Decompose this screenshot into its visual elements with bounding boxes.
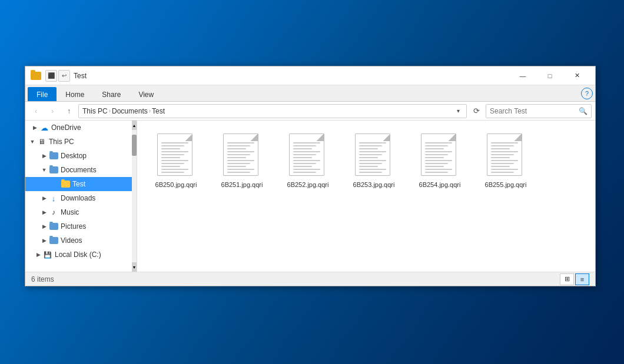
downloads-icon: ↓: [49, 193, 58, 203]
file-icon-5: [487, 133, 525, 178]
help-button[interactable]: ?: [581, 88, 593, 99]
search-icon[interactable]: 🔍: [579, 107, 588, 115]
sidebar-label-desktop: Desktop: [61, 152, 87, 160]
localdisk-icon: 💾: [43, 250, 52, 259]
expand-icon-desktop: ▶: [39, 151, 49, 161]
file-name-1: 6B251.jpg.qqri: [221, 181, 263, 189]
sidebar-item-test[interactable]: Test: [25, 177, 137, 191]
search-box[interactable]: 🔍: [486, 104, 592, 118]
sidebar-item-pictures[interactable]: ▶ Pictures: [25, 219, 137, 233]
sidebar-label-localdisk: Local Disk (C:): [55, 251, 101, 259]
test-folder-icon: [61, 179, 70, 189]
sidebar-item-downloads[interactable]: ▶ ↓ Downloads: [25, 191, 137, 205]
address-bar[interactable]: This PC › Documents › Test ▾: [78, 104, 467, 118]
file-icon-4: [421, 133, 459, 178]
sidebar-item-documents[interactable]: ▼ Documents: [25, 163, 137, 177]
sidebar-label-onedrive: OneDrive: [51, 123, 81, 132]
expand-icon-documents: ▼: [39, 165, 49, 175]
search-input[interactable]: [490, 107, 579, 115]
qat-properties-btn[interactable]: ⬛: [45, 70, 57, 82]
pictures-folder-icon: [49, 222, 58, 231]
file-name-0: 6B250.jpg.qqri: [155, 181, 197, 189]
tab-file[interactable]: File: [28, 87, 57, 101]
expand-icon-test: [51, 179, 61, 189]
crumb-sep-2: ›: [149, 108, 151, 114]
file-item-2[interactable]: 6B252.jpg.qqri: [278, 130, 337, 192]
expand-icon-pictures: ▶: [39, 222, 49, 231]
file-item-4[interactable]: 6B254.jpg.qqri: [410, 130, 469, 192]
sidebar-label-downloads: Downloads: [61, 194, 95, 202]
file-icon-1: [223, 133, 261, 178]
expand-icon-onedrive: ▶: [30, 123, 39, 132]
quick-access-toolbar: ⬛ ↩: [45, 70, 70, 82]
view-details-btn[interactable]: ⊞: [560, 273, 574, 285]
file-item-0[interactable]: 6B250.jpg.qqri: [147, 130, 205, 192]
expand-icon-videos: ▶: [39, 236, 49, 245]
sidebar-item-videos[interactable]: ▶ Videos: [25, 233, 137, 248]
sidebar-label-documents: Documents: [61, 166, 97, 174]
refresh-button[interactable]: ⟳: [469, 104, 483, 118]
sidebar-scrollbar: ▲ ▼: [132, 121, 137, 272]
crumb-documents[interactable]: Documents: [112, 107, 148, 115]
documents-folder-icon: [49, 165, 58, 175]
expand-icon-localdisk: ▶: [34, 250, 43, 259]
file-item-5[interactable]: 6B255.jpg.qqri: [476, 130, 535, 192]
status-bar: 6 items ⊞ ≡: [25, 272, 595, 286]
window-controls: — □ ✕: [509, 66, 590, 85]
view-large-icons-btn[interactable]: ≡: [575, 273, 589, 285]
sidebar-label-pictures: Pictures: [61, 222, 86, 231]
expand-icon-downloads: ▶: [39, 193, 49, 203]
up-button[interactable]: ↑: [62, 104, 76, 118]
crumb-sep-1: ›: [109, 108, 111, 114]
desktop-folder-icon: [49, 151, 58, 161]
sidebar-item-thispc[interactable]: ▼ 🖥 This PC: [25, 135, 137, 149]
expand-icon-thispc: ▼: [28, 137, 37, 146]
close-button[interactable]: ✕: [563, 66, 590, 85]
file-name-2: 6B252.jpg.qqri: [287, 181, 329, 189]
scrollbar-thumb[interactable]: [132, 135, 137, 156]
scrollbar-down-btn[interactable]: ▼: [132, 262, 137, 272]
breadcrumb: This PC › Documents › Test: [82, 107, 165, 115]
sidebar-label-music: Music: [61, 208, 79, 216]
file-icon-3: [355, 133, 393, 178]
minimize-button[interactable]: —: [509, 66, 536, 85]
scrollbar-up-btn[interactable]: ▲: [132, 121, 137, 130]
file-item-1[interactable]: 6B251.jpg.qqri: [213, 130, 271, 192]
address-dropdown-btn[interactable]: ▾: [453, 104, 463, 118]
window-folder-icon: [30, 70, 42, 82]
qat-undo-btn[interactable]: ↩: [58, 70, 70, 82]
window-title: Test: [74, 72, 509, 80]
file-icon-0: [157, 133, 195, 178]
sidebar-label-thispc: This PC: [49, 138, 74, 146]
crumb-thispc[interactable]: This PC: [82, 107, 108, 115]
sidebar-label-test: Test: [72, 180, 85, 188]
crumb-test[interactable]: Test: [152, 107, 165, 115]
file-item-3[interactable]: 6B253.jpg.qqri: [344, 130, 403, 192]
view-buttons: ⊞ ≡: [560, 273, 589, 285]
item-count: 6 items: [31, 275, 560, 283]
tab-home[interactable]: Home: [57, 87, 93, 101]
onedrive-icon: ☁: [39, 123, 49, 132]
videos-folder-icon: [49, 236, 58, 245]
back-button[interactable]: ‹: [29, 104, 43, 118]
file-icon-2: [289, 133, 327, 178]
sidebar: ▶ ☁ OneDrive ▼ 🖥 This PC ▶ Desktop ▼: [25, 121, 137, 272]
tab-share[interactable]: Share: [93, 87, 130, 101]
file-area: 6B250.jpg.qqri: [137, 121, 595, 272]
file-name-3: 6B253.jpg.qqri: [353, 181, 395, 189]
sidebar-label-videos: Videos: [61, 236, 82, 245]
main-area: ▶ ☁ OneDrive ▼ 🖥 This PC ▶ Desktop ▼: [25, 121, 595, 272]
sidebar-item-music[interactable]: ▶ ♪ Music: [25, 205, 137, 219]
tab-view[interactable]: View: [130, 87, 162, 101]
title-bar: ⬛ ↩ Test — □ ✕: [25, 66, 595, 85]
sidebar-item-localdisk[interactable]: ▶ 💾 Local Disk (C:): [25, 248, 137, 262]
explorer-window: ⬛ ↩ Test — □ ✕ File Home Share View ? ‹ …: [25, 66, 596, 286]
forward-button[interactable]: ›: [45, 104, 59, 118]
maximize-button[interactable]: □: [536, 66, 563, 85]
thispc-icon: 🖥: [37, 137, 47, 146]
sidebar-item-desktop[interactable]: ▶ Desktop: [25, 149, 137, 163]
sidebar-item-onedrive[interactable]: ▶ ☁ OneDrive: [25, 121, 137, 135]
music-icon: ♪: [49, 208, 58, 217]
ribbon-tabs: File Home Share View ?: [25, 85, 595, 102]
expand-icon-music: ▶: [39, 208, 49, 217]
